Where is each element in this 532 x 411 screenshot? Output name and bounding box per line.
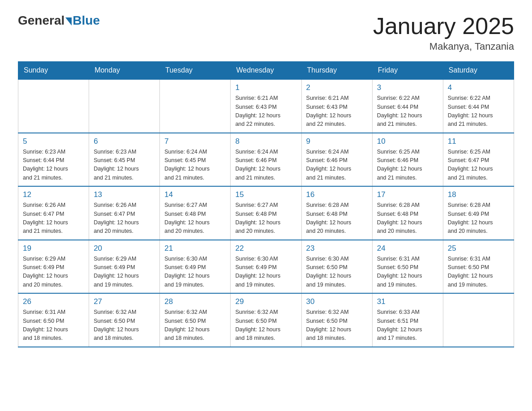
calendar-header-sunday: Sunday [18, 62, 89, 80]
calendar-cell: 21Sunrise: 6:30 AM Sunset: 6:49 PM Dayli… [160, 240, 231, 294]
day-number: 21 [164, 244, 226, 253]
day-number: 14 [164, 190, 226, 199]
logo-general-text: General [18, 13, 64, 28]
day-number: 15 [235, 190, 296, 199]
calendar-cell: 13Sunrise: 6:26 AM Sunset: 6:47 PM Dayli… [89, 186, 160, 240]
calendar-cell: 19Sunrise: 6:29 AM Sunset: 6:49 PM Dayli… [18, 240, 89, 294]
day-info: Sunrise: 6:25 AM Sunset: 6:46 PM Dayligh… [377, 148, 438, 183]
logo-arrow-icon [65, 17, 72, 26]
day-number: 2 [306, 83, 368, 92]
calendar-cell: 3Sunrise: 6:22 AM Sunset: 6:44 PM Daylig… [372, 79, 443, 133]
logo: General Blue [18, 13, 100, 28]
calendar-cell: 27Sunrise: 6:32 AM Sunset: 6:50 PM Dayli… [89, 293, 160, 347]
calendar-header-row: SundayMondayTuesdayWednesdayThursdayFrid… [18, 62, 514, 80]
calendar-header-wednesday: Wednesday [231, 62, 301, 80]
day-number: 7 [164, 137, 226, 146]
day-info: Sunrise: 6:28 AM Sunset: 6:49 PM Dayligh… [448, 201, 509, 236]
calendar-cell: 2Sunrise: 6:21 AM Sunset: 6:43 PM Daylig… [301, 79, 372, 133]
calendar-cell: 31Sunrise: 6:33 AM Sunset: 6:51 PM Dayli… [372, 293, 443, 347]
calendar-cell [443, 293, 514, 347]
calendar-cell: 14Sunrise: 6:27 AM Sunset: 6:48 PM Dayli… [160, 186, 231, 240]
day-info: Sunrise: 6:26 AM Sunset: 6:47 PM Dayligh… [94, 201, 155, 236]
day-number: 3 [377, 83, 438, 92]
location-subtitle: Makanya, Tanzania [373, 41, 514, 52]
calendar-cell: 11Sunrise: 6:25 AM Sunset: 6:47 PM Dayli… [443, 133, 514, 187]
day-number: 6 [94, 137, 155, 146]
day-info: Sunrise: 6:31 AM Sunset: 6:50 PM Dayligh… [448, 255, 509, 290]
calendar-header-saturday: Saturday [443, 62, 514, 80]
day-info: Sunrise: 6:24 AM Sunset: 6:46 PM Dayligh… [235, 148, 296, 183]
calendar-cell: 1Sunrise: 6:21 AM Sunset: 6:43 PM Daylig… [231, 79, 301, 133]
day-info: Sunrise: 6:32 AM Sunset: 6:50 PM Dayligh… [94, 308, 155, 343]
calendar-cell: 5Sunrise: 6:23 AM Sunset: 6:44 PM Daylig… [18, 133, 89, 187]
calendar-cell: 22Sunrise: 6:30 AM Sunset: 6:49 PM Dayli… [231, 240, 301, 294]
calendar-week-row: 19Sunrise: 6:29 AM Sunset: 6:49 PM Dayli… [18, 240, 514, 294]
calendar-week-row: 26Sunrise: 6:31 AM Sunset: 6:50 PM Dayli… [18, 293, 514, 347]
day-number: 24 [377, 244, 438, 253]
day-number: 27 [94, 297, 155, 306]
day-number: 26 [23, 297, 84, 306]
day-info: Sunrise: 6:30 AM Sunset: 6:49 PM Dayligh… [164, 255, 226, 290]
calendar-header-thursday: Thursday [301, 62, 372, 80]
calendar-week-row: 1Sunrise: 6:21 AM Sunset: 6:43 PM Daylig… [18, 79, 514, 133]
calendar-cell: 17Sunrise: 6:28 AM Sunset: 6:48 PM Dayli… [372, 186, 443, 240]
calendar-week-row: 5Sunrise: 6:23 AM Sunset: 6:44 PM Daylig… [18, 133, 514, 187]
day-number: 28 [164, 297, 226, 306]
day-number: 25 [448, 244, 509, 253]
calendar-cell: 25Sunrise: 6:31 AM Sunset: 6:50 PM Dayli… [443, 240, 514, 294]
day-info: Sunrise: 6:32 AM Sunset: 6:50 PM Dayligh… [306, 308, 368, 343]
day-info: Sunrise: 6:26 AM Sunset: 6:47 PM Dayligh… [23, 201, 84, 236]
day-info: Sunrise: 6:25 AM Sunset: 6:47 PM Dayligh… [448, 148, 509, 183]
day-number: 31 [377, 297, 438, 306]
calendar-cell: 16Sunrise: 6:28 AM Sunset: 6:48 PM Dayli… [301, 186, 372, 240]
calendar-cell: 6Sunrise: 6:23 AM Sunset: 6:45 PM Daylig… [89, 133, 160, 187]
calendar-cell: 30Sunrise: 6:32 AM Sunset: 6:50 PM Dayli… [301, 293, 372, 347]
day-info: Sunrise: 6:33 AM Sunset: 6:51 PM Dayligh… [377, 308, 438, 343]
day-number: 12 [23, 190, 84, 199]
day-info: Sunrise: 6:31 AM Sunset: 6:50 PM Dayligh… [23, 308, 84, 343]
calendar-cell: 26Sunrise: 6:31 AM Sunset: 6:50 PM Dayli… [18, 293, 89, 347]
day-number: 9 [306, 137, 368, 146]
day-number: 18 [448, 190, 509, 199]
day-info: Sunrise: 6:28 AM Sunset: 6:48 PM Dayligh… [377, 201, 438, 236]
title-section: January 2025 Makanya, Tanzania [373, 13, 514, 52]
day-info: Sunrise: 6:21 AM Sunset: 6:43 PM Dayligh… [235, 94, 296, 129]
day-number: 1 [235, 83, 296, 92]
day-number: 4 [448, 83, 509, 92]
day-number: 17 [377, 190, 438, 199]
calendar-cell: 12Sunrise: 6:26 AM Sunset: 6:47 PM Dayli… [18, 186, 89, 240]
day-info: Sunrise: 6:22 AM Sunset: 6:44 PM Dayligh… [377, 94, 438, 129]
calendar-header-friday: Friday [372, 62, 443, 80]
day-number: 11 [448, 137, 509, 146]
day-number: 23 [306, 244, 368, 253]
day-info: Sunrise: 6:32 AM Sunset: 6:50 PM Dayligh… [164, 308, 226, 343]
day-number: 16 [306, 190, 368, 199]
day-info: Sunrise: 6:32 AM Sunset: 6:50 PM Dayligh… [235, 308, 296, 343]
page-header: General Blue January 2025 Makanya, Tanza… [18, 13, 514, 52]
day-info: Sunrise: 6:28 AM Sunset: 6:48 PM Dayligh… [306, 201, 368, 236]
calendar-cell [160, 79, 231, 133]
calendar-cell: 28Sunrise: 6:32 AM Sunset: 6:50 PM Dayli… [160, 293, 231, 347]
day-info: Sunrise: 6:23 AM Sunset: 6:44 PM Dayligh… [23, 148, 84, 183]
calendar-week-row: 12Sunrise: 6:26 AM Sunset: 6:47 PM Dayli… [18, 186, 514, 240]
day-number: 30 [306, 297, 368, 306]
day-info: Sunrise: 6:27 AM Sunset: 6:48 PM Dayligh… [235, 201, 296, 236]
day-info: Sunrise: 6:24 AM Sunset: 6:45 PM Dayligh… [164, 148, 226, 183]
day-info: Sunrise: 6:31 AM Sunset: 6:50 PM Dayligh… [377, 255, 438, 290]
day-number: 5 [23, 137, 84, 146]
calendar-header-tuesday: Tuesday [160, 62, 231, 80]
day-info: Sunrise: 6:22 AM Sunset: 6:44 PM Dayligh… [448, 94, 509, 129]
day-info: Sunrise: 6:24 AM Sunset: 6:46 PM Dayligh… [306, 148, 368, 183]
calendar-cell: 15Sunrise: 6:27 AM Sunset: 6:48 PM Dayli… [231, 186, 301, 240]
day-info: Sunrise: 6:30 AM Sunset: 6:50 PM Dayligh… [306, 255, 368, 290]
calendar-cell: 20Sunrise: 6:29 AM Sunset: 6:49 PM Dayli… [89, 240, 160, 294]
day-number: 22 [235, 244, 296, 253]
day-number: 20 [94, 244, 155, 253]
calendar-cell [89, 79, 160, 133]
day-number: 13 [94, 190, 155, 199]
calendar-cell: 23Sunrise: 6:30 AM Sunset: 6:50 PM Dayli… [301, 240, 372, 294]
day-number: 10 [377, 137, 438, 146]
calendar-cell: 8Sunrise: 6:24 AM Sunset: 6:46 PM Daylig… [231, 133, 301, 187]
month-title: January 2025 [373, 13, 514, 39]
calendar-cell [18, 79, 89, 133]
